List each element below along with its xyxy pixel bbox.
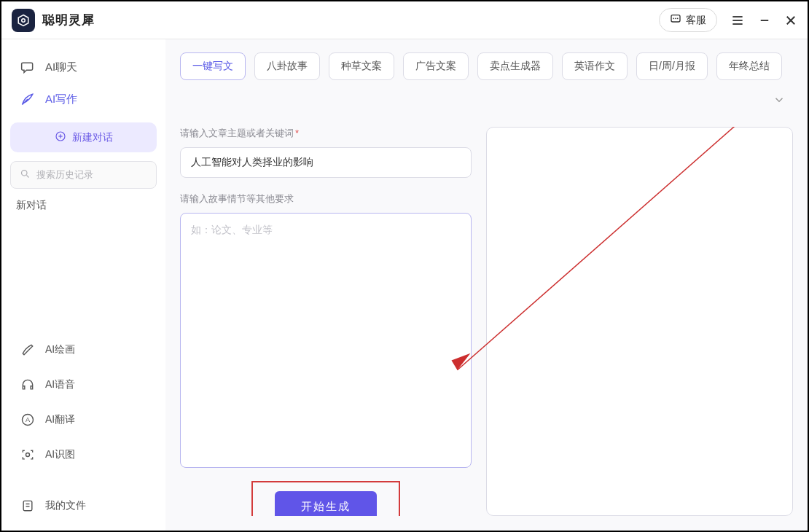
new-chat-label: 新建对话 [72, 131, 113, 144]
search-icon [20, 168, 31, 181]
sidebar-item-label: 我的文件 [45, 499, 86, 512]
chat-bubble-icon [20, 60, 35, 74]
titlebar: 聪明灵犀 客服 [1, 1, 808, 39]
topic-field-label: 请输入文章主题或者关键词* [180, 127, 472, 140]
menu-icon[interactable] [730, 13, 745, 28]
customer-service-button[interactable]: 客服 [659, 8, 717, 32]
sidebar-item-ai-translate[interactable]: A AI翻译 [10, 404, 157, 436]
app-logo-icon [12, 9, 35, 32]
sidebar-item-ai-voice[interactable]: AI语音 [10, 369, 157, 401]
svg-point-19 [26, 453, 30, 457]
sidebar-item-label: AI翻译 [45, 413, 75, 426]
main-content: 一键写文 八卦故事 种草文案 广告文案 卖点生成器 英语作文 日/周/月报 年终… [165, 39, 808, 531]
category-tab[interactable]: 广告文案 [403, 52, 469, 80]
translate-icon: A [20, 412, 35, 427]
svg-marker-0 [18, 15, 28, 26]
history-item[interactable]: 新对话 [10, 189, 157, 219]
svg-point-5 [677, 17, 679, 19]
category-tabs: 一键写文 八卦故事 种草文案 广告文案 卖点生成器 英语作文 日/周/月报 年终… [180, 52, 793, 114]
sidebar-bottom-nav: AI绘画 AI语音 A AI翻译 AI识图 我的文件 [10, 334, 157, 522]
annotation-highlight-box: 开始生成 [251, 481, 400, 516]
category-tab[interactable]: 一键写文 [180, 52, 246, 80]
sidebar-item-ai-writing[interactable]: AI写作 [10, 83, 157, 115]
svg-point-3 [673, 17, 674, 19]
chevron-down-icon [773, 96, 786, 109]
close-icon[interactable] [784, 14, 797, 27]
svg-rect-20 [23, 501, 32, 510]
content-row: 请输入文章主题或者关键词* 请输入故事情节等其他要求 开始生成 [180, 127, 793, 516]
history-title: 新对话 [16, 199, 47, 211]
sidebar-item-label: AI语音 [45, 378, 75, 391]
app-logo: 聪明灵犀 [12, 9, 95, 32]
category-tab[interactable]: 种草文案 [329, 52, 394, 80]
svg-text:A: A [26, 416, 31, 423]
brush-icon [20, 343, 35, 357]
generate-button[interactable]: 开始生成 [275, 491, 377, 516]
minimize-icon[interactable] [758, 14, 771, 27]
category-tab[interactable]: 八卦故事 [254, 52, 320, 80]
output-panel [486, 127, 793, 516]
image-scan-icon [20, 447, 35, 462]
category-tab[interactable]: 卖点生成器 [477, 52, 553, 80]
sidebar-item-ai-drawing[interactable]: AI绘画 [10, 334, 157, 366]
sidebar-item-my-files[interactable]: 我的文件 [10, 490, 157, 522]
search-placeholder: 搜索历史记录 [36, 168, 93, 181]
extra-requirements-input[interactable] [180, 213, 472, 468]
customer-service-label: 客服 [686, 14, 706, 27]
search-input[interactable]: 搜索历史记录 [10, 161, 157, 189]
sidebar-item-label: AI聊天 [45, 60, 77, 74]
workspace: AI聊天 AI写作 新建对话 搜索历史记录 新对话 AI绘画 AI语音 [1, 39, 808, 531]
file-icon [20, 498, 35, 513]
new-chat-button[interactable]: 新建对话 [10, 122, 157, 152]
category-tab[interactable]: 日/周/月报 [636, 52, 708, 80]
svg-point-4 [675, 17, 676, 19]
svg-line-16 [26, 175, 28, 177]
feather-icon [20, 92, 35, 106]
category-tab[interactable]: 英语作文 [562, 52, 628, 80]
sidebar-item-ai-chat[interactable]: AI聊天 [10, 51, 157, 83]
category-expand-toggle[interactable] [765, 89, 793, 114]
window-controls [730, 13, 797, 28]
sidebar-item-label: AI写作 [45, 93, 77, 106]
extra-field-label: 请输入故事情节等其他要求 [180, 192, 472, 206]
action-zone: 开始生成 [180, 481, 472, 516]
form-column: 请输入文章主题或者关键词* 请输入故事情节等其他要求 开始生成 [180, 127, 472, 516]
chat-icon [670, 13, 681, 27]
sidebar: AI聊天 AI写作 新建对话 搜索历史记录 新对话 AI绘画 AI语音 [1, 39, 165, 531]
svg-point-1 [22, 18, 26, 22]
topic-input[interactable] [180, 147, 472, 178]
svg-point-15 [22, 171, 28, 176]
app-title: 聪明灵犀 [42, 12, 95, 28]
sidebar-item-label: AI绘画 [45, 343, 75, 356]
headphones-icon [20, 378, 35, 392]
category-tab[interactable]: 年终总结 [716, 52, 782, 80]
plus-circle-icon [55, 130, 66, 144]
sidebar-item-ai-image-recognition[interactable]: AI识图 [10, 439, 157, 471]
sidebar-item-label: AI识图 [45, 448, 75, 461]
